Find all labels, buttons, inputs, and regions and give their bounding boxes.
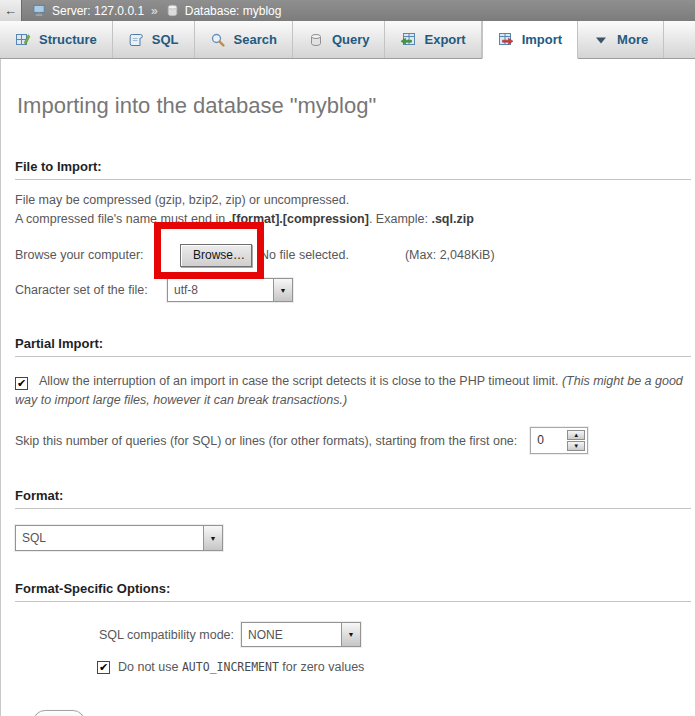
search-icon: [210, 32, 226, 48]
auto-increment-text: Do not use AUTO_INCREMENT for zero value…: [118, 660, 364, 674]
section-heading-format: Format:: [15, 488, 691, 509]
select-arrow-icon: ▼: [203, 526, 222, 550]
tab-label: Search: [234, 32, 277, 47]
tab-query[interactable]: Query: [293, 21, 386, 58]
tab-import[interactable]: Import: [482, 21, 578, 59]
charset-select[interactable]: utf-8 ▼: [167, 278, 293, 302]
tab-label: Structure: [39, 32, 97, 47]
import-icon: [498, 32, 514, 48]
sql-compat-selected-value: NONE: [242, 628, 283, 642]
charset-row: Character set of the file: utf-8 ▼: [15, 278, 695, 302]
back-arrow-icon: ←: [4, 3, 17, 18]
allow-interrupt-text: Allow the interruption of an import in c…: [39, 374, 562, 388]
skip-queries-row: Skip this number of queries (for SQL) or…: [15, 427, 695, 454]
section-heading-file-to-import: File to Import:: [15, 159, 691, 180]
breadcrumb-bar: ← Server: 127.0.0.1 » Database: myblog: [0, 0, 695, 21]
charset-selected-value: utf-8: [168, 283, 198, 297]
skip-queries-spinner[interactable]: 0 ▲ ▼: [530, 427, 588, 454]
go-button[interactable]: Go: [33, 710, 85, 716]
sql-compat-row: SQL compatibility mode: NONE ▼: [99, 622, 695, 647]
tab-search[interactable]: Search: [195, 21, 293, 58]
tab-label: Import: [522, 32, 562, 47]
query-icon: [308, 32, 324, 48]
tab-label: More: [617, 32, 648, 47]
allow-interrupt-row: ✔Allow the interruption of an import in …: [15, 372, 691, 410]
tab-more[interactable]: More: [578, 21, 664, 58]
spinner-down-button[interactable]: ▼: [567, 441, 585, 451]
main-content: Importing into the database "myblog" Fil…: [0, 59, 695, 716]
sql-compat-select[interactable]: NONE ▼: [241, 622, 361, 647]
charset-label: Character set of the file:: [15, 283, 167, 297]
server-icon: [32, 3, 47, 18]
browse-row: Browse your computer: Browse… No file se…: [15, 243, 695, 267]
breadcrumb-server-link[interactable]: Server: 127.0.0.1: [52, 4, 144, 18]
page-title: Importing into the database "myblog": [17, 59, 695, 119]
auto-increment-checkbox[interactable]: ✔: [97, 661, 110, 674]
breadcrumb-separator: »: [149, 4, 160, 18]
no-file-selected-text: No file selected.: [260, 248, 349, 262]
skip-queries-label: Skip this number of queries (for SQL) or…: [15, 434, 517, 448]
section-heading-format-options: Format-Specific Options:: [15, 581, 691, 602]
tab-sql[interactable]: SQL: [113, 21, 195, 58]
select-arrow-icon: ▼: [341, 623, 360, 646]
back-arrow-button[interactable]: ←: [0, 0, 22, 21]
auto-increment-row: ✔ Do not use AUTO_INCREMENT for zero val…: [97, 660, 695, 674]
allow-interrupt-checkbox[interactable]: ✔: [15, 377, 28, 390]
structure-icon: [15, 32, 31, 48]
browse-button[interactable]: Browse…: [180, 244, 252, 267]
skip-queries-value[interactable]: 0: [533, 430, 567, 451]
compression-info-line2: A compressed file's name must end in .[f…: [15, 211, 695, 227]
breadcrumb: Server: 127.0.0.1 » Database: myblog: [32, 3, 281, 18]
tab-structure[interactable]: Structure: [0, 21, 113, 58]
max-size-text: (Max: 2,048KiB): [405, 248, 495, 262]
sql-compat-label: SQL compatibility mode:: [99, 628, 234, 642]
format-select[interactable]: SQL ▼: [15, 525, 223, 551]
sql-icon: [128, 32, 144, 48]
spinner-up-button[interactable]: ▲: [567, 430, 585, 440]
tab-bar: Structure SQL Search Query: [0, 21, 695, 59]
format-selected-value: SQL: [16, 531, 46, 545]
tab-label: SQL: [152, 32, 179, 47]
select-arrow-icon: ▼: [273, 279, 292, 301]
section-heading-partial-import: Partial Import:: [15, 336, 691, 357]
export-icon: [400, 32, 416, 48]
breadcrumb-database-link[interactable]: Database: myblog: [185, 4, 282, 18]
tab-export[interactable]: Export: [385, 21, 481, 58]
chevron-down-icon: [593, 32, 609, 48]
database-icon: [165, 3, 180, 18]
compression-info-line1: File may be compressed (gzip, bzip2, zip…: [15, 192, 695, 208]
browse-label: Browse your computer:: [15, 248, 167, 262]
tab-label: Query: [332, 32, 370, 47]
tab-label: Export: [424, 32, 465, 47]
